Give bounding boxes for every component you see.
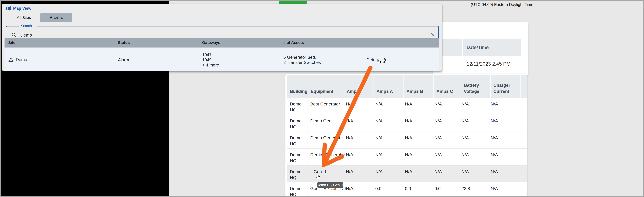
tab-alarms[interactable]: Alarms bbox=[40, 13, 72, 22]
amps-b-cell: N/A bbox=[402, 148, 432, 165]
gateway-line: 1047 bbox=[202, 52, 219, 57]
tooltip: Demo HQ Gen_1 bbox=[317, 182, 343, 188]
amps-cell: N/A bbox=[343, 148, 373, 165]
search-icon bbox=[11, 32, 17, 38]
stub-cell bbox=[518, 132, 527, 148]
charger-current-cell: N/A bbox=[488, 182, 518, 197]
datetime-value-cell: 12/11/2023 2:45 PM bbox=[463, 56, 522, 72]
site-name: Demo bbox=[16, 57, 27, 62]
column-header-equipment[interactable]: Equipment bbox=[308, 74, 344, 98]
battery-voltage-cell: 23.8 bbox=[459, 182, 488, 197]
stub-cell bbox=[518, 182, 527, 197]
timezone-label: (UTC-04:00) Eastern Daylight Time bbox=[471, 2, 587, 7]
table-row[interactable]: Demo HQ Derrick Generator N/A N/A N/A N/… bbox=[287, 148, 527, 166]
screenshot-root: (UTC-04:00) Eastern Daylight Time Date/T… bbox=[0, 0, 644, 197]
amps-a-cell: N/A bbox=[373, 132, 402, 148]
assets-cell: 6 Generator Sets 2 Transfer Switches bbox=[284, 55, 321, 65]
column-header-stub bbox=[520, 74, 527, 98]
equipment-cell: Derrick Generator bbox=[308, 148, 343, 165]
charger-current-cell: N/A bbox=[488, 98, 518, 115]
table-row[interactable]: Demo HQ Demo Generator N/A N/A N/A N/A N… bbox=[287, 132, 527, 148]
datetime-table-header: Date/Time bbox=[433, 39, 522, 56]
equipment-cell: Demo Gen bbox=[308, 115, 343, 132]
building-cell: Demo HQ bbox=[287, 98, 308, 115]
equipment-cell: Best Generator bbox=[308, 98, 343, 115]
gateways-cell: 1047 1049 + 4 more bbox=[202, 52, 219, 68]
equipment-cell-alarm-link[interactable]: !Gen_1 bbox=[308, 166, 343, 182]
column-header-amps-c[interactable]: Amps C bbox=[434, 74, 461, 98]
column-header-status: Status bbox=[118, 40, 130, 45]
building-cell: Demo HQ bbox=[287, 148, 308, 165]
amps-cell: N/A bbox=[343, 182, 373, 197]
stub-cell bbox=[518, 166, 527, 182]
details-link[interactable]: Details ❯ bbox=[366, 57, 387, 62]
sites-table-header: Site Status Gateways # of Assets bbox=[4, 38, 439, 48]
charger-current-cell: N/A bbox=[488, 132, 518, 148]
equipment-name[interactable]: Gen_1 bbox=[314, 169, 327, 174]
column-header-battery-voltage[interactable]: Battery Voltage bbox=[461, 74, 490, 98]
amps-cell: N/A bbox=[343, 115, 373, 132]
datetime-card: Date/Time 12/11/2023 2:45 PM bbox=[433, 22, 528, 76]
amps-a-cell: 0.0 bbox=[373, 182, 402, 197]
building-cell: Demo HQ bbox=[287, 166, 308, 182]
stub-cell bbox=[518, 98, 527, 115]
gateway-more-link[interactable]: + 4 more bbox=[202, 62, 219, 68]
amps-b-cell: N/A bbox=[402, 115, 432, 132]
clear-search-icon[interactable]: ✕ bbox=[430, 32, 435, 38]
charger-current-cell: N/A bbox=[488, 166, 518, 182]
column-header-gateways: Gateways bbox=[202, 40, 220, 45]
warning-triangle-icon bbox=[8, 57, 14, 62]
column-header-assets: # of Assets bbox=[284, 40, 304, 45]
amps-a-cell: N/A bbox=[373, 98, 402, 115]
amps-cell: N/A bbox=[343, 132, 373, 148]
amps-c-cell: N/A bbox=[432, 132, 459, 148]
column-header-building[interactable]: Building bbox=[287, 74, 308, 98]
stub-cell bbox=[518, 115, 527, 132]
battery-voltage-cell: N/A bbox=[459, 148, 488, 165]
amps-c-cell: 0.0 bbox=[432, 182, 459, 197]
amps-a-cell: N/A bbox=[373, 115, 402, 132]
building-cell: Demo HQ bbox=[287, 182, 308, 197]
charger-current-cell: N/A bbox=[488, 148, 518, 165]
chevron-right-icon: ❯ bbox=[383, 57, 387, 62]
table-row[interactable]: Demo HQ Demo Gen N/A N/A N/A N/A N/A N/A bbox=[287, 115, 527, 132]
amps-a-cell: N/A bbox=[373, 166, 402, 182]
column-header-amps[interactable]: Amps bbox=[344, 74, 374, 98]
amps-a-cell: N/A bbox=[373, 148, 402, 165]
battery-voltage-cell: N/A bbox=[459, 98, 488, 115]
gateway-line: 1049 bbox=[202, 57, 219, 62]
clipped-green-button[interactable] bbox=[279, 1, 307, 4]
search-input[interactable] bbox=[20, 32, 438, 38]
tab-all-sites[interactable]: All Sites bbox=[8, 13, 40, 22]
asset-line: 6 Generator Sets bbox=[284, 55, 321, 60]
stub-cell bbox=[518, 148, 527, 165]
table-row[interactable]: Demo HQ Best Generator N/A N/A N/A N/A N… bbox=[287, 98, 527, 115]
amps-b-cell: N/A bbox=[402, 132, 432, 148]
amps-b-cell: 0.0 bbox=[402, 182, 432, 197]
column-header-amps-a[interactable]: Amps A bbox=[374, 74, 404, 98]
battery-voltage-cell: N/A bbox=[459, 115, 488, 132]
building-cell: Demo HQ bbox=[287, 115, 308, 132]
site-row-demo[interactable]: Demo Alarm 1047 1049 + 4 more 6 Generato… bbox=[4, 48, 439, 70]
battery-voltage-cell: N/A bbox=[459, 132, 488, 148]
table-row-gen1-highlighted[interactable]: Demo HQ !Gen_1 N/A N/A N/A N/A N/A N/A bbox=[287, 166, 527, 182]
details-label[interactable]: Details bbox=[366, 58, 380, 62]
equipment-cell: Demo Generator bbox=[308, 132, 343, 148]
amps-cell: N/A bbox=[343, 166, 373, 182]
dialog-title: Map View bbox=[13, 6, 32, 11]
battery-voltage-cell: N/A bbox=[459, 166, 488, 182]
equipment-table-header: Building Equipment Amps Amps A Amps B Am… bbox=[287, 74, 527, 98]
amps-b-cell: N/A bbox=[402, 166, 432, 182]
asset-line: 2 Transfer Switches bbox=[284, 60, 321, 65]
amps-cell: N/A bbox=[343, 98, 373, 115]
site-cell: Demo bbox=[8, 57, 27, 62]
datetime-header-cell: Date/Time bbox=[463, 39, 522, 56]
equipment-table-card: Building Equipment Amps Amps A Amps B Am… bbox=[286, 74, 527, 197]
map-view-dialog: Map View All Sites Alarms Search ... ✕ S… bbox=[2, 4, 442, 70]
column-header-amps-b[interactable]: Amps B bbox=[404, 74, 434, 98]
column-header-charger-current[interactable]: Charger Current bbox=[491, 74, 520, 98]
dialog-title-row: Map View bbox=[6, 6, 32, 11]
status-cell: Alarm bbox=[118, 58, 129, 62]
map-icon bbox=[6, 6, 11, 11]
amps-c-cell: N/A bbox=[432, 166, 459, 182]
